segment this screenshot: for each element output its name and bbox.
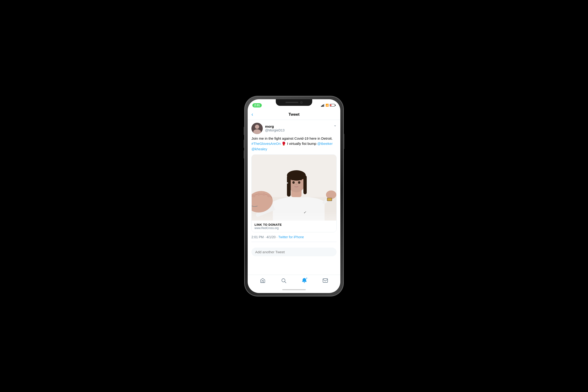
tweet-author[interactable]: morg @MorgieD13 <box>252 123 284 134</box>
camera <box>300 101 303 104</box>
svg-line-23 <box>284 282 286 283</box>
svg-point-9 <box>292 181 295 184</box>
add-tweet-section <box>248 248 340 259</box>
tweet-plain-text: Join me in the fight against Covid-19 he… <box>252 136 332 140</box>
nav-notifications-button[interactable] <box>300 276 308 285</box>
status-icons: 📶 <box>321 104 336 107</box>
nav-home-button[interactable] <box>258 276 267 285</box>
tweet-timestamp: 2:01 PM · 4/1/20 · Twitter for iPhone <box>252 235 336 242</box>
author-name: morg <box>265 124 284 128</box>
svg-point-17 <box>267 194 270 197</box>
svg-point-11 <box>287 182 288 184</box>
tweet-mention-2[interactable]: @khealey <box>252 147 267 151</box>
svg-point-14 <box>252 194 256 197</box>
svg-rect-24 <box>323 279 328 282</box>
donate-url: www.RedCross.org <box>254 226 334 230</box>
speaker <box>286 102 298 103</box>
signal-icon <box>321 104 324 107</box>
add-tweet-input[interactable] <box>252 248 336 256</box>
tweet-header: morg @MorgieD13 ⌄ <box>252 123 336 134</box>
wifi-icon: 📶 <box>326 104 329 107</box>
page-title: Tweet <box>288 112 300 117</box>
tweet-detail: morg @MorgieD13 ⌄ Join me in the fight a… <box>248 120 340 248</box>
author-info: morg @MorgieD13 <box>265 124 284 132</box>
search-icon <box>281 278 286 283</box>
phone-notch <box>276 99 312 106</box>
donate-card[interactable]: LINK TO DONATE www.RedCross.org <box>252 220 336 232</box>
svg-rect-20 <box>328 198 332 200</box>
svg-point-10 <box>298 181 300 184</box>
tweet-content[interactable]: morg @MorgieD13 ⌄ Join me in the fight a… <box>248 120 340 275</box>
phone-frame: 2:01 📶 ‹ Tweet <box>244 96 344 296</box>
source-link[interactable]: Twitter for iPhone <box>278 235 304 239</box>
more-button[interactable]: ⌄ <box>334 123 336 127</box>
svg-point-18 <box>326 190 336 199</box>
mail-icon <box>322 278 328 283</box>
donate-title: LINK TO DONATE <box>254 223 334 226</box>
avatar[interactable] <box>252 123 263 134</box>
tweet-hashtag[interactable]: #TheGlovesAreOn <box>252 142 280 146</box>
navigation-bar: ‹ Tweet <box>248 110 340 120</box>
photo-svg: ✓ <box>252 155 336 220</box>
home-indicator <box>248 286 340 293</box>
status-time: 2:01 <box>252 103 262 108</box>
phone-screen: 2:01 📶 ‹ Tweet <box>248 99 340 293</box>
svg-rect-7 <box>287 176 291 196</box>
tweet-text: Join me in the fight against Covid-19 he… <box>252 136 336 152</box>
nav-search-button[interactable] <box>280 276 288 285</box>
svg-point-15 <box>257 193 260 196</box>
notification-badge <box>306 277 308 279</box>
tweet-image[interactable]: ✓ <box>252 155 336 220</box>
battery-icon <box>330 104 336 106</box>
svg-rect-21 <box>252 211 336 220</box>
home-icon <box>260 278 266 283</box>
bottom-navigation <box>248 275 340 286</box>
svg-point-16 <box>262 193 265 196</box>
tweet-after-text: I virtually fist bump <box>286 142 317 146</box>
nav-messages-button[interactable] <box>321 276 330 285</box>
back-button[interactable]: ‹ <box>252 112 253 118</box>
author-handle: @MorgieD13 <box>265 128 284 132</box>
svg-rect-8 <box>304 176 307 194</box>
tweet-mention-1[interactable]: @tbeeker <box>317 142 332 146</box>
tweet-media-card[interactable]: ✓ <box>252 154 336 232</box>
timestamp-text: 2:01 PM · 4/1/20 · <box>252 235 278 239</box>
